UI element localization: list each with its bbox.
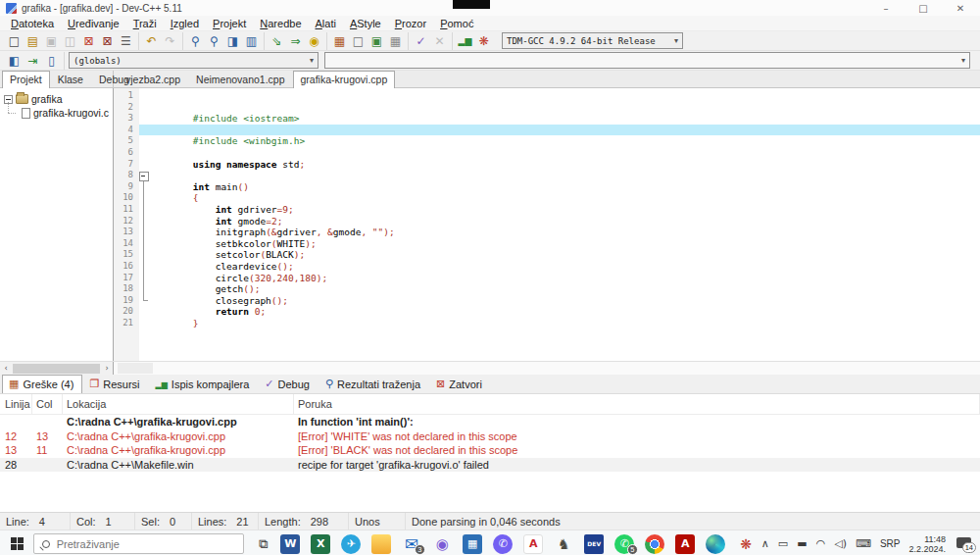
- scrollbar-thumb[interactable]: [118, 363, 153, 374]
- project-tree-item[interactable]: grafika-krugovi.c: [0, 106, 113, 120]
- editor-tab[interactable]: grafika-krugovi.cpp: [293, 71, 396, 88]
- bird-icon[interactable]: ♞: [549, 530, 579, 555]
- close-all-icon[interactable]: ⊠: [98, 32, 117, 49]
- menu-item[interactable]: Naredbe: [253, 17, 308, 30]
- code-line[interactable]: 4: [114, 125, 980, 136]
- word-icon[interactable]: W: [275, 530, 306, 555]
- side-panel-tab[interactable]: Klase: [50, 71, 91, 87]
- wifi-icon[interactable]: ◠: [816, 537, 826, 550]
- search-input[interactable]: [57, 538, 204, 550]
- code-line[interactable]: 14 cleardevice();: [114, 238, 980, 250]
- code-line[interactable]: 3 #include <winbgim.h>: [114, 113, 980, 125]
- side-panel-tab[interactable]: Projekt: [2, 71, 50, 88]
- code-line[interactable]: 13 setcolor(BLACK);: [114, 227, 980, 238]
- mail-icon[interactable]: ✉ 3: [397, 530, 427, 555]
- save-all-icon[interactable]: ◫: [61, 32, 79, 49]
- panels-outline-icon[interactable]: ▦: [386, 32, 405, 49]
- volume-icon[interactable]: ◁): [834, 537, 847, 550]
- menu-item[interactable]: Prozor: [388, 17, 433, 30]
- code-line[interactable]: 12 setbkcolor(WHITE);: [114, 216, 980, 227]
- find-next-icon[interactable]: ⚲: [205, 32, 223, 49]
- bottom-panel-tab[interactable]: ⊠ Zatvori: [429, 375, 491, 393]
- start-button[interactable]: [6, 532, 29, 555]
- new-file-icon[interactable]: □: [5, 32, 24, 49]
- bottom-panel-tab[interactable]: ⚲ Rezultati traženja: [318, 375, 429, 393]
- editor-hscrollbar[interactable]: [114, 362, 980, 375]
- code-line[interactable]: 7 int main(): [114, 159, 980, 171]
- taskbar-clock[interactable]: 11:48 2.2.2024.: [908, 534, 946, 554]
- keyboard-icon[interactable]: ⌨: [856, 537, 871, 550]
- profile-icon[interactable]: ◉: [305, 32, 323, 49]
- navigate-back-icon[interactable]: ⇘: [268, 32, 286, 49]
- redo-icon[interactable]: ↷: [161, 32, 179, 49]
- column-header-linija[interactable]: Linija: [0, 394, 32, 414]
- globals-select[interactable]: (globals) ▾: [69, 52, 318, 69]
- close-button[interactable]: ✕: [955, 3, 966, 14]
- code-line[interactable]: 9 int gdriver=9;: [114, 181, 980, 193]
- delete-profiling-icon[interactable]: ❋: [474, 32, 493, 49]
- syntax-check-icon[interactable]: ✓: [412, 32, 430, 49]
- viber-icon[interactable]: ✆: [488, 530, 518, 555]
- menu-item[interactable]: Projekt: [206, 17, 253, 30]
- open-file-icon[interactable]: ▤: [24, 32, 42, 49]
- menu-item[interactable]: Pomoć: [433, 17, 480, 30]
- code-line[interactable]: 11 initgraph(&gdriver, &gmode, "");: [114, 204, 980, 216]
- acrobat-reader-icon[interactable]: A: [518, 530, 549, 555]
- loop-icon[interactable]: ◉: [427, 530, 458, 555]
- menu-item[interactable]: Uređivanje: [61, 17, 126, 30]
- editor-tab[interactable]: vjezba2.cpp: [118, 71, 188, 87]
- code-line[interactable]: 10 int gmode=2;: [114, 192, 980, 204]
- telegram-icon[interactable]: ✈: [336, 530, 367, 555]
- panel-split-icon[interactable]: ▣: [368, 32, 386, 49]
- profile-analysis-icon[interactable]: ▂▆: [456, 32, 474, 49]
- menu-item[interactable]: Izgled: [164, 17, 206, 30]
- error-table-row[interactable]: 28 C:\radna C++\Makefile.win recipe for …: [0, 458, 980, 473]
- code-line[interactable]: 8 {: [114, 170, 980, 181]
- error-table-row[interactable]: 12 13 C:\radna C++\grafika-krugovi.cpp […: [0, 429, 980, 444]
- code-line[interactable]: 20: [114, 306, 980, 318]
- notification-center-button[interactable]: 14: [955, 535, 974, 553]
- code-line[interactable]: 15 circle(320,240,180);: [114, 249, 980, 261]
- undo-icon[interactable]: ↶: [142, 32, 161, 49]
- replace-icon[interactable]: ◨: [223, 32, 242, 49]
- maximize-button[interactable]: □: [917, 3, 929, 14]
- bottom-panel-tab[interactable]: ✓ Debug: [258, 375, 318, 393]
- scrollbar-thumb[interactable]: [13, 364, 100, 374]
- panels-grid-icon[interactable]: ▦: [330, 32, 349, 49]
- editor-tab[interactable]: Neimenovano1.cpp: [188, 71, 292, 87]
- column-header-lokacija[interactable]: Lokacija: [63, 394, 294, 414]
- cast-display-icon[interactable]: ▭: [778, 537, 788, 550]
- acrobat-icon[interactable]: A: [670, 530, 701, 555]
- menu-item[interactable]: Traži: [126, 17, 164, 30]
- whatsapp-icon[interactable]: ✆ 5: [610, 530, 640, 555]
- code-line[interactable]: 1 #include <iostream>: [114, 90, 980, 102]
- edge-icon[interactable]: [701, 530, 731, 555]
- scroll-right-icon[interactable]: ›: [101, 364, 113, 373]
- column-header-poruka[interactable]: Poruka: [294, 394, 980, 414]
- chevron-up-icon[interactable]: ∧: [761, 537, 769, 550]
- scroll-left-icon[interactable]: ‹: [0, 364, 12, 373]
- close-file-icon[interactable]: ⊠: [79, 32, 98, 49]
- minimize-button[interactable]: –: [880, 3, 892, 14]
- add-source-icon[interactable]: ⇥: [24, 52, 42, 69]
- menu-item[interactable]: Alati: [309, 17, 343, 30]
- error-table-row[interactable]: C:\radna C++\grafika-krugovi.cpp In func…: [0, 415, 980, 429]
- print-icon[interactable]: ☰: [117, 32, 135, 49]
- goto-line-icon[interactable]: ▥: [242, 32, 261, 49]
- task-view-button[interactable]: ⧉: [252, 532, 275, 555]
- error-table-row[interactable]: 13 11 C:\radna C++\grafika-krugovi.cpp […: [0, 443, 980, 458]
- menu-item[interactable]: AStyle: [343, 17, 388, 30]
- bookmark-book-icon[interactable]: ▯: [42, 52, 61, 69]
- code-line[interactable]: 16 getch();: [114, 261, 980, 273]
- panel-window-icon[interactable]: □: [349, 32, 368, 49]
- code-line[interactable]: 21: [114, 318, 980, 329]
- project-tree-root[interactable]: grafika: [0, 92, 113, 106]
- bottom-panel-tab[interactable]: ❐ Resursi: [82, 375, 148, 393]
- find-icon[interactable]: ⚲: [186, 32, 205, 49]
- code-line[interactable]: 17 closegraph();: [114, 273, 980, 284]
- code-editor[interactable]: 1 #include <iostream> 2 #include <cstdli…: [114, 88, 980, 361]
- compiler-profile-select[interactable]: TDM-GCC 4.9.2 64-bit Release ▾: [502, 32, 683, 49]
- code-line[interactable]: 5 using namespace std;: [114, 135, 980, 147]
- battery-icon[interactable]: ▬: [797, 537, 807, 550]
- insert-unit-icon[interactable]: ◧: [5, 52, 24, 69]
